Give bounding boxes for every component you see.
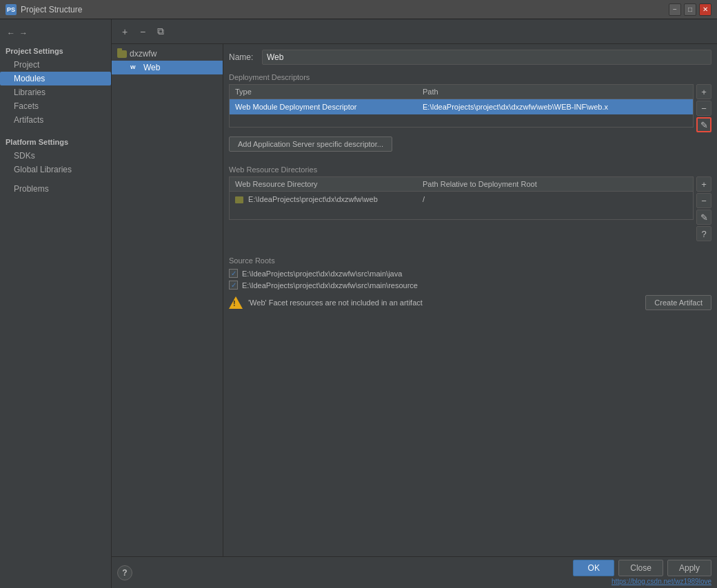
deployment-table-container: Type Path Web Module Deployment Descript… — [229, 84, 711, 132]
sidebar-item-artifacts[interactable]: Artifacts — [0, 113, 111, 127]
copy-module-button[interactable]: ⧉ — [153, 24, 168, 39]
deployment-col-path: Path — [417, 85, 693, 99]
deployment-descriptors-title: Deployment Descriptors — [229, 73, 711, 81]
sidebar-item-libraries[interactable]: Libraries — [0, 85, 111, 99]
sidebar-item-facets[interactable]: Facets — [0, 99, 111, 113]
name-row: Name: — [229, 50, 711, 65]
sidebar-item-project[interactable]: Project — [0, 58, 111, 72]
wr-col-path: Path Relative to Deployment Root — [417, 177, 693, 191]
source-root-row-2: E:\IdeaProjects\project\dx\dxzwfw\src\ma… — [229, 279, 711, 291]
web-resource-table-wrapper: Web Resource Directory Path Relative to … — [229, 176, 694, 241]
name-label: Name: — [229, 52, 256, 62]
tree-item-project[interactable]: dxzwfw — [112, 47, 223, 61]
deployment-descriptors-section: Deployment Descriptors Type Path We — [229, 73, 711, 159]
deployment-table-body: Web Module Deployment Descriptor E:\Idea… — [230, 99, 693, 127]
web-resource-table-header: Web Resource Directory Path Relative to … — [230, 177, 693, 192]
deployment-remove-button[interactable]: − — [696, 101, 711, 116]
wr-path-cell: / — [417, 193, 693, 205]
web-resource-table-container: Web Resource Directory Path Relative to … — [229, 176, 711, 241]
web-resource-side-buttons: + − ✎ ? — [696, 176, 711, 241]
deployment-type-cell: Web Module Deployment Descriptor — [230, 101, 417, 113]
deployment-side-buttons: + − ✎ — [696, 84, 711, 132]
deployment-add-button[interactable]: + — [696, 84, 711, 99]
deployment-table-wrapper: Type Path Web Module Deployment Descript… — [229, 84, 694, 132]
web-resource-title: Web Resource Directories — [229, 165, 711, 174]
bottom-bar: ? OK Close Apply https://blog.csdn.net/w… — [112, 556, 717, 588]
web-dir-icon — [235, 196, 243, 203]
source-root-label-2: E:\IdeaProjects\project\dx\dxzwfw\src\ma… — [242, 281, 418, 290]
ok-button[interactable]: OK — [573, 560, 614, 576]
table-row[interactable]: E:\IdeaProjects\project\dx\dxzwfw\web / — [230, 192, 693, 207]
close-dialog-button[interactable]: Close — [618, 560, 663, 576]
create-artifact-button[interactable]: Create Artifact — [645, 295, 711, 310]
table-row[interactable]: Web Module Deployment Descriptor E:\Idea… — [230, 99, 693, 114]
source-root-row-1: E:\IdeaProjects\project\dx\dxzwfw\src\ma… — [229, 267, 711, 279]
wr-help-button[interactable]: ? — [696, 226, 711, 241]
sidebar-item-modules[interactable]: Modules — [0, 72, 111, 85]
folder-icon — [117, 50, 127, 58]
sidebar-item-sdks[interactable]: SDKs — [0, 149, 111, 163]
bottom-buttons: OK Close Apply — [573, 560, 711, 576]
close-button[interactable]: ✕ — [699, 3, 711, 16]
wr-remove-button[interactable]: − — [696, 193, 711, 208]
content-area: + − ⧉ dxzwfw Web Name: — [112, 19, 717, 588]
source-roots-section: Source Roots E:\IdeaProjects\project\dx\… — [229, 256, 711, 291]
content-toolbar: + − ⧉ — [112, 19, 717, 44]
wr-col-directory: Web Resource Directory — [230, 177, 417, 191]
platform-settings-header: Platform Settings — [0, 132, 111, 149]
app-icon: PS — [6, 4, 17, 15]
sidebar-item-global-libraries[interactable]: Global Libraries — [0, 163, 111, 176]
web-resource-table-body: E:\IdeaProjects\project\dx\dxzwfw\web / — [230, 192, 693, 219]
source-root-label-1: E:\IdeaProjects\project\dx\dxzwfw\src\ma… — [242, 270, 402, 278]
window-title: Project Structure — [21, 5, 669, 14]
minimize-button[interactable]: − — [669, 3, 681, 16]
sidebar-item-problems[interactable]: Problems — [0, 182, 111, 196]
wr-add-button[interactable]: + — [696, 176, 711, 192]
warning-row: 'Web' Facet resources are not included i… — [229, 291, 711, 314]
deployment-edit-button[interactable]: ✎ — [696, 117, 711, 132]
tree-panel: dxzwfw Web Name: Deployment Descriptors — [112, 44, 717, 556]
back-button[interactable]: ← — [6, 28, 17, 39]
window-controls: − □ ✕ — [669, 3, 711, 16]
wr-edit-button[interactable]: ✎ — [696, 210, 711, 225]
detail-panel: Name: Deployment Descriptors Type Path — [223, 44, 717, 556]
sidebar-divider-1 — [0, 127, 111, 132]
apply-button[interactable]: Apply — [667, 560, 711, 576]
project-settings-header: Project Settings — [0, 41, 111, 58]
sidebar-divider-2 — [0, 176, 111, 182]
deployment-table-header: Type Path — [230, 85, 693, 99]
source-root-checkbox-1[interactable] — [229, 269, 238, 278]
title-bar: PS Project Structure − □ ✕ — [0, 0, 717, 19]
remove-module-button[interactable]: − — [135, 24, 150, 39]
web-resource-table: Web Resource Directory Path Relative to … — [229, 176, 694, 220]
main-layout: ← → Project Settings Project Modules Lib… — [0, 19, 717, 588]
deployment-path-cell: E:\IdeaProjects\project\dx\dxzwfw\web\WE… — [417, 101, 693, 113]
sidebar: ← → Project Settings Project Modules Lib… — [0, 19, 112, 588]
maximize-button[interactable]: □ — [684, 3, 696, 16]
name-input[interactable] — [262, 50, 711, 65]
bottom-right: OK Close Apply https://blog.csdn.net/wz1… — [573, 560, 711, 585]
warning-triangle — [229, 296, 243, 309]
deployment-col-type: Type — [230, 85, 417, 99]
nav-arrows: ← → — [0, 25, 111, 41]
project-label: dxzwfw — [130, 49, 156, 59]
source-roots-title: Source Roots — [229, 256, 711, 265]
forward-button[interactable]: → — [18, 28, 29, 39]
help-button[interactable]: ? — [117, 565, 132, 580]
tree-item-web[interactable]: Web — [112, 61, 223, 74]
wr-directory-cell: E:\IdeaProjects\project\dx\dxzwfw\web — [230, 193, 417, 205]
module-label: Web — [143, 63, 160, 72]
deployment-table: Type Path Web Module Deployment Descript… — [229, 84, 694, 128]
bottom-link[interactable]: https://blog.csdn.net/wz1989love — [612, 578, 711, 585]
source-root-checkbox-2[interactable] — [229, 281, 238, 290]
add-descriptor-button[interactable]: Add Application Server specific descript… — [229, 136, 392, 152]
warning-icon — [229, 296, 243, 309]
add-module-button[interactable]: + — [117, 24, 132, 39]
warning-text: 'Web' Facet resources are not included i… — [248, 298, 640, 307]
module-icon — [128, 63, 138, 72]
module-tree: dxzwfw Web — [112, 44, 223, 556]
web-resource-section: Web Resource Directories Web Resource Di… — [229, 165, 711, 245]
